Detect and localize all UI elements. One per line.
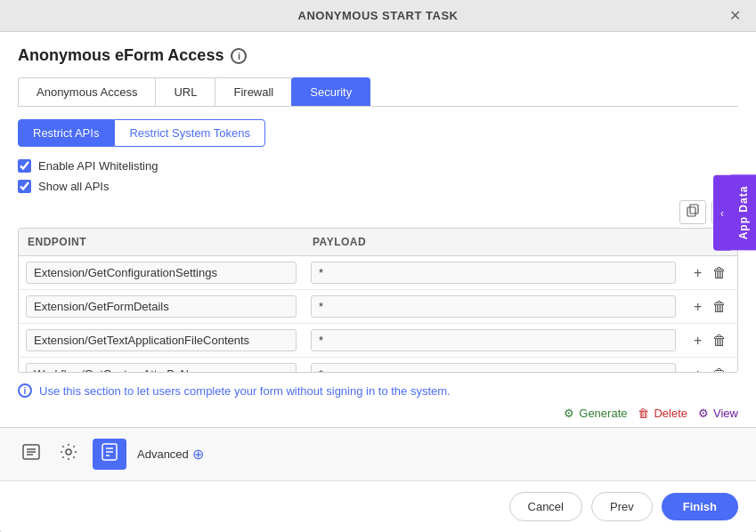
advanced-button[interactable]: Advanced ⊕ [137, 446, 204, 463]
generate-label: Generate [579, 407, 627, 420]
footer-buttons: Cancel Prev Finish [0, 480, 756, 532]
eye-icon: ⚙ [698, 407, 709, 420]
table-row: + 🗑 [19, 290, 737, 324]
trash-icon: 🗑 [638, 407, 649, 420]
title-bar: ANONYMOUS START TASK ✕ [0, 0, 756, 32]
table-row: + 🗑 [19, 256, 737, 290]
finish-button[interactable]: Finish [662, 493, 738, 520]
show-all-apis-row: Show all APIs [18, 180, 738, 193]
toolbar-settings-icon[interactable] [55, 439, 82, 470]
sub-tabs-row: Restrict APIs Restrict System Tokens [18, 119, 738, 147]
add-row-button-3[interactable]: + [690, 365, 705, 374]
table-icons-row [18, 200, 738, 224]
app-data-arrow[interactable]: ‹ [713, 175, 731, 251]
close-button[interactable]: ✕ [724, 5, 745, 27]
enable-api-whitelisting-checkbox[interactable] [18, 159, 31, 173]
endpoint-column-header: ENDPOINT [19, 229, 304, 256]
delete-row-button-1[interactable]: 🗑 [709, 297, 730, 317]
view-button[interactable]: ⚙ View [698, 407, 738, 420]
view-label: View [713, 407, 738, 420]
modal: ANONYMOUS START TASK ✕ Anonymous eForm A… [0, 0, 756, 532]
table-row: + 🗑 [19, 324, 737, 358]
api-table: ENDPOINT PAYLOAD + [19, 229, 737, 373]
page-title-row: Anonymous eForm Access i [18, 46, 738, 65]
actions-row: ⚙ Generate 🗑 Delete ⚙ View [18, 407, 738, 420]
svg-point-10 [66, 449, 71, 455]
delete-row-button-0[interactable]: 🗑 [709, 263, 730, 283]
advanced-label: Advanced [137, 447, 189, 461]
payload-input-2[interactable] [311, 329, 676, 351]
tab-anonymous-access[interactable]: Anonymous Access [18, 77, 156, 106]
footer-toolbar: Advanced ⊕ [0, 427, 756, 480]
payload-input-3[interactable] [311, 363, 676, 373]
payload-column-header: PAYLOAD [304, 229, 683, 256]
add-row-button-2[interactable]: + [690, 331, 705, 351]
table-row: + 🗑 [19, 358, 737, 374]
copy-icon-button[interactable] [679, 200, 706, 224]
add-row-button-1[interactable]: + [690, 297, 705, 317]
endpoint-input-0[interactable] [26, 262, 297, 284]
enable-api-whitelisting-row: Enable API Whitelisting [18, 159, 738, 173]
svg-rect-1 [690, 205, 698, 214]
delete-row-button-3[interactable]: 🗑 [709, 365, 730, 374]
info-icon[interactable]: i [231, 48, 247, 64]
plus-icon: ⊕ [192, 446, 204, 463]
modal-title: ANONYMOUS START TASK [298, 9, 459, 22]
payload-input-1[interactable] [311, 295, 676, 318]
page-title: Anonymous eForm Access [18, 46, 224, 65]
generate-button[interactable]: ⚙ Generate [564, 407, 627, 420]
delete-button[interactable]: 🗑 Delete [638, 407, 687, 420]
cancel-button[interactable]: Cancel [509, 492, 582, 521]
endpoint-input-3[interactable] [26, 363, 297, 373]
prev-button[interactable]: Prev [591, 492, 653, 521]
sub-tab-restrict-system-tokens[interactable]: Restrict System Tokens [114, 119, 265, 147]
enable-api-whitelisting-label: Enable API Whitelisting [38, 159, 158, 173]
svg-rect-0 [687, 207, 695, 216]
show-all-apis-label: Show all APIs [38, 180, 110, 193]
endpoint-input-1[interactable] [26, 295, 297, 318]
api-table-container: ENDPOINT PAYLOAD + [18, 228, 738, 373]
info-message-text: Use this section to let users complete y… [39, 384, 451, 398]
tab-security[interactable]: Security [291, 77, 370, 106]
main-content: Anonymous eForm Access i Anonymous Acces… [0, 32, 756, 427]
gear-icon: ⚙ [564, 407, 574, 420]
payload-input-0[interactable] [311, 262, 676, 284]
toolbar-list-icon[interactable] [18, 439, 45, 470]
app-data-label[interactable]: App Data [731, 175, 756, 251]
toolbar-form-icon[interactable] [93, 439, 126, 470]
tabs-row: Anonymous Access URL Firewall Security [18, 77, 738, 107]
delete-row-button-2[interactable]: 🗑 [709, 331, 730, 351]
info-message-row: i Use this section to let users complete… [18, 383, 738, 398]
endpoint-input-2[interactable] [26, 329, 297, 351]
info-message-icon: i [18, 383, 32, 398]
show-all-apis-checkbox[interactable] [18, 180, 31, 193]
delete-label: Delete [654, 407, 687, 420]
tab-url[interactable]: URL [155, 77, 215, 106]
sub-tab-restrict-apis[interactable]: Restrict APIs [18, 119, 114, 147]
add-row-button-0[interactable]: + [690, 263, 705, 283]
app-data-panel[interactable]: ‹ App Data [713, 175, 756, 251]
tab-firewall[interactable]: Firewall [215, 77, 292, 106]
